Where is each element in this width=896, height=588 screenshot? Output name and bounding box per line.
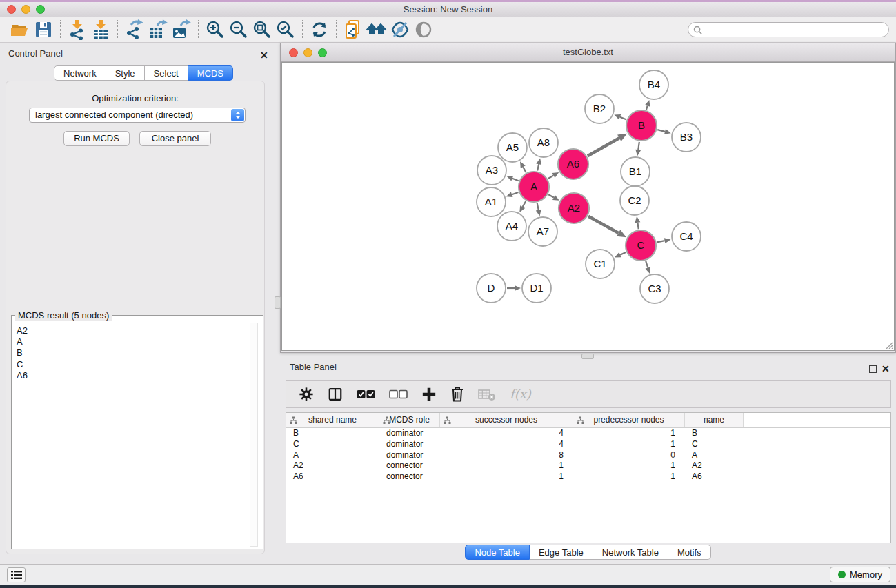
cell-successor-nodes[interactable]: 4: [440, 428, 573, 439]
clone-network-button[interactable]: [341, 19, 365, 41]
edge-A6-B[interactable]: [588, 138, 619, 156]
network-close-button[interactable]: [289, 48, 298, 57]
cell-name[interactable]: C: [685, 439, 744, 450]
cell-predecessor-nodes[interactable]: 1: [573, 460, 685, 472]
task-history-button[interactable]: [7, 567, 26, 582]
horizontal-splitter-handle[interactable]: [581, 354, 594, 359]
cell-predecessor-nodes[interactable]: 1: [573, 428, 685, 439]
column-header-name[interactable]: name: [685, 413, 744, 427]
zoom-selected-button[interactable]: [274, 19, 297, 41]
cell-successor-nodes[interactable]: 8: [440, 450, 573, 461]
show-graphics-details-button[interactable]: [412, 19, 435, 41]
table-row[interactable]: Bdominator41B: [286, 428, 890, 439]
cell-predecessor-nodes[interactable]: 1: [573, 472, 685, 483]
settings-gear-icon[interactable]: [299, 387, 314, 402]
cell-name[interactable]: A2: [685, 460, 744, 472]
cell-successor-nodes[interactable]: 4: [440, 439, 573, 450]
cell-shared-name[interactable]: A: [286, 450, 379, 461]
tab-network[interactable]: Network: [54, 65, 106, 81]
tab-edge-table[interactable]: Edge Table: [530, 545, 593, 560]
zoom-out-button[interactable]: [227, 19, 250, 41]
result-scrollbar[interactable]: [250, 323, 258, 547]
network-window-titlebar[interactable]: testGlobe.txt: [281, 43, 895, 62]
cell-MCDS-role[interactable]: connector: [379, 460, 440, 472]
edge-A-A5[interactable]: [523, 167, 526, 172]
network-canvas[interactable]: B4B2BB3A8A5A6A3B1AA1C2A2A4A7C4CC1C3DD1: [281, 62, 895, 351]
cell-name[interactable]: A6: [685, 472, 744, 483]
deselect-all-checkboxes-icon[interactable]: [389, 389, 408, 399]
show-columns-icon[interactable]: [328, 387, 343, 402]
result-item[interactable]: A2: [17, 325, 249, 336]
edge-A2-C[interactable]: [588, 216, 619, 233]
tab-motifs[interactable]: Motifs: [668, 545, 711, 560]
edge-C-C4[interactable]: [657, 241, 665, 242]
edge-C-C1[interactable]: [620, 252, 626, 255]
mcds-result-list[interactable]: A2ABCA6: [12, 316, 249, 548]
edge-B-B2[interactable]: [620, 117, 626, 119]
network-zoom-button[interactable]: [318, 48, 327, 57]
edge-A-A6[interactable]: [548, 176, 554, 179]
save-session-button[interactable]: [32, 19, 55, 41]
edge-B-B3[interactable]: [657, 130, 665, 132]
network-graph[interactable]: B4B2BB3A8A5A6A3B1AA1C2A2A4A7C4CC1C3DD1: [282, 63, 895, 352]
import-table-button[interactable]: [89, 19, 112, 41]
run-mcds-button[interactable]: Run MCDS: [63, 131, 130, 146]
cell-name[interactable]: A: [685, 450, 744, 461]
hide-selected-button[interactable]: [388, 19, 412, 41]
tab-network-table[interactable]: Network Table: [593, 545, 668, 560]
cell-MCDS-role[interactable]: dominator: [379, 450, 440, 461]
edge-A-A2[interactable]: [548, 194, 554, 197]
memory-button[interactable]: Memory: [830, 567, 890, 582]
column-header-MCDS-role[interactable]: MCDS role: [379, 413, 440, 427]
export-network-button[interactable]: [123, 19, 146, 41]
edge-C-C3[interactable]: [646, 261, 648, 268]
edge-A-A7[interactable]: [537, 203, 539, 210]
edge-A-A3[interactable]: [512, 179, 519, 181]
export-table-button[interactable]: [146, 19, 170, 41]
cell-predecessor-nodes[interactable]: 0: [573, 450, 685, 461]
result-item[interactable]: B: [17, 347, 249, 358]
cell-name[interactable]: B: [685, 428, 744, 439]
control-panel-close-button[interactable]: ✕: [260, 49, 268, 61]
edge-A-A4[interactable]: [523, 201, 526, 207]
result-item[interactable]: A6: [17, 370, 249, 381]
cell-shared-name[interactable]: A2: [286, 460, 379, 472]
cell-shared-name[interactable]: B: [286, 428, 379, 439]
refresh-button[interactable]: [308, 19, 331, 41]
cell-MCDS-role[interactable]: dominator: [379, 428, 440, 439]
search-input[interactable]: [702, 23, 888, 36]
delete-column-icon[interactable]: [450, 386, 464, 402]
criterion-dropdown[interactable]: largest connected component (directed): [29, 108, 246, 123]
table-panel-close-button[interactable]: ✕: [882, 363, 890, 375]
cell-successor-nodes[interactable]: 1: [440, 472, 573, 483]
column-header-shared-name[interactable]: shared name: [286, 413, 379, 427]
cell-successor-nodes[interactable]: 1: [440, 460, 573, 472]
open-file-button[interactable]: [8, 19, 32, 41]
table-row[interactable]: Cdominator41C: [286, 439, 890, 450]
import-network-button[interactable]: [66, 19, 89, 41]
cell-predecessor-nodes[interactable]: 1: [573, 439, 685, 450]
column-header-predecessor-nodes[interactable]: predecessor nodes: [573, 413, 685, 427]
cell-shared-name[interactable]: A6: [286, 472, 379, 483]
control-panel-float-button[interactable]: [248, 50, 255, 62]
edge-A-A1[interactable]: [512, 192, 518, 194]
export-image-button[interactable]: [170, 19, 193, 41]
tab-style[interactable]: Style: [106, 65, 145, 81]
edge-B-B1[interactable]: [638, 142, 639, 150]
table-panel-float-button[interactable]: [869, 363, 877, 376]
add-column-icon[interactable]: [421, 387, 437, 402]
first-neighbors-button[interactable]: [365, 19, 388, 41]
edge-B-B4[interactable]: [646, 106, 648, 110]
tab-mcds[interactable]: MCDS: [188, 65, 233, 81]
tab-select[interactable]: Select: [145, 65, 188, 81]
column-header-successor-nodes[interactable]: successor nodes: [440, 413, 573, 427]
minimize-window-button[interactable]: [21, 5, 30, 14]
vertical-splitter-handle[interactable]: [275, 296, 281, 309]
resize-grip-icon[interactable]: [884, 341, 893, 349]
node-table[interactable]: shared nameMCDS rolesuccessor nodesprede…: [286, 412, 891, 543]
zoom-in-button[interactable]: [203, 19, 227, 41]
result-item[interactable]: C: [17, 359, 249, 370]
zoom-fit-button[interactable]: [250, 19, 274, 41]
cell-MCDS-role[interactable]: connector: [379, 472, 440, 483]
table-row[interactable]: A6connector11A6: [286, 472, 890, 483]
